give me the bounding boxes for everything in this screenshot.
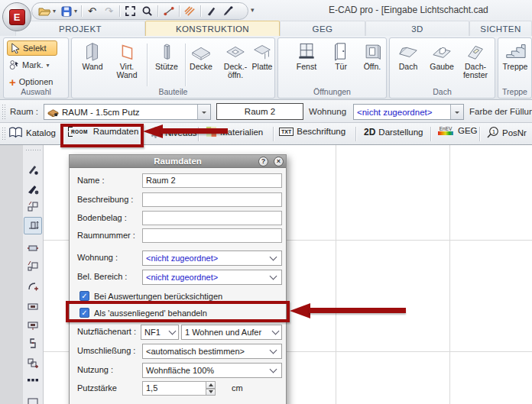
virt-wand-label-2: Wand xyxy=(116,70,137,79)
sidebar-wall-move-icon[interactable] xyxy=(27,242,39,254)
putzstaerke-input[interactable]: 1,5 xyxy=(142,381,216,396)
group-label-bauteile: Bauteile xyxy=(72,87,274,97)
toolbar-more-button[interactable]: ▾ xyxy=(251,6,255,14)
toolbar-grip[interactable] xyxy=(2,127,5,141)
tab-sichten[interactable]: SICHTEN xyxy=(469,21,532,36)
stepper-up-icon[interactable] xyxy=(206,381,216,389)
decke-button[interactable]: Decke xyxy=(185,40,217,71)
dialog-close-button[interactable]: × xyxy=(274,157,284,166)
bel-bereich-label: Bel. Bereich : xyxy=(77,272,127,281)
dropdown-button[interactable] xyxy=(197,105,210,119)
wand-button[interactable]: Wand xyxy=(76,40,109,71)
sidebar-pen-icon[interactable] xyxy=(27,163,39,176)
raum-label: Raum : xyxy=(10,107,38,116)
sidebar-polygon-pen-icon[interactable] xyxy=(27,260,39,272)
gaube-button[interactable]: Gaube xyxy=(426,40,458,71)
tab-konstruktion[interactable]: KONSTRUKTION xyxy=(145,21,280,36)
geg-button[interactable]: EnEV GEG xyxy=(436,126,478,135)
palette-grip[interactable] xyxy=(25,149,41,152)
dialog-titlebar[interactable]: Raumdaten xyxy=(70,155,286,168)
katalog-button[interactable]: Katalog xyxy=(8,126,56,139)
dach-button[interactable]: Dach xyxy=(392,40,424,71)
nutzflaechenart-detail-combobox[interactable]: 1 Wohnen und Aufer xyxy=(181,325,282,340)
virt-wand-icon xyxy=(115,40,138,62)
virt-wand-button[interactable]: Virt. Wand xyxy=(111,40,143,79)
sidebar-polygon-add-icon[interactable] xyxy=(27,357,39,369)
posnr-button[interactable]: 1 PosNr xyxy=(486,126,527,139)
stepper-down-icon[interactable] xyxy=(206,389,216,396)
beschriftung-label: Beschriftung xyxy=(297,127,345,136)
sidebar-zigzag-icon[interactable] xyxy=(27,338,39,350)
group-label-oeffnungen: Öffnungen xyxy=(278,87,386,97)
ribbon-group-bauteile: Wand Virt. Wand Stütze Decke Deck.- öffn… xyxy=(71,37,275,99)
open-dropdown-icon[interactable]: ▾ xyxy=(53,8,56,15)
tab-projekt[interactable]: PROJEKT xyxy=(15,21,145,36)
undo-icon[interactable]: ↶ xyxy=(86,5,99,18)
measure-icon[interactable] xyxy=(162,5,175,18)
sidebar-dots-icon[interactable] xyxy=(27,374,39,386)
dachfenster-button[interactable]: Dach- fenster xyxy=(459,40,492,79)
sidebar-wall-image2-icon[interactable] xyxy=(27,318,39,331)
geg-label: GEG xyxy=(458,126,478,135)
dach-label: Dach xyxy=(399,62,418,71)
dropdown-button[interactable] xyxy=(450,105,463,119)
wohnung-combobox[interactable]: <nicht zugeordnet> xyxy=(142,250,282,266)
save-dropdown-icon[interactable]: ▾ xyxy=(74,8,77,15)
stuetze-button[interactable]: Stütze xyxy=(151,40,183,71)
beschreibung-input[interactable] xyxy=(142,192,282,207)
fenster-icon xyxy=(296,40,317,62)
platte-label: Platte xyxy=(252,62,273,71)
2d-darstellung-button[interactable]: 2D Darstellung xyxy=(364,127,423,137)
bodenbelag-input[interactable] xyxy=(142,211,282,225)
sidebar-arc-add-icon[interactable] xyxy=(27,280,39,292)
annotation-box-aussenliegend-checkbox xyxy=(66,301,290,322)
umschliessung-combobox[interactable]: <automatisch bestimmen> xyxy=(142,344,282,359)
nutzung-combobox[interactable]: Wohnfläche 100% xyxy=(142,363,282,378)
putzstaerke-stepper[interactable] xyxy=(206,381,216,396)
tuer-button[interactable]: Tür xyxy=(327,40,355,71)
separator xyxy=(430,127,431,141)
hatch-icon[interactable] xyxy=(183,5,196,18)
selekt-button[interactable]: Selekt xyxy=(7,40,57,56)
sidebar-wall-height-icon[interactable] xyxy=(28,219,40,231)
name-input[interactable]: Raum 2 xyxy=(142,173,282,188)
fenster-button[interactable]: Fenst xyxy=(291,40,322,71)
darstellung-label: Darstellung xyxy=(378,128,423,137)
toolbar-grip[interactable] xyxy=(2,104,5,119)
auswertungen-checkbox[interactable]: ✓ xyxy=(79,291,89,301)
room-name-input[interactable]: Raum 2 xyxy=(216,103,303,120)
beschriftung-button[interactable]: TXT Beschriftung xyxy=(279,127,345,136)
zoom-extents-icon[interactable] xyxy=(124,5,137,18)
sidebar-pen2-icon[interactable] xyxy=(27,183,39,195)
raumdaten-dialog: Raumdaten ? × Name : Raum 2 Beschreibung… xyxy=(69,154,287,404)
enev-icon: EnEV xyxy=(436,126,455,135)
wand-icon xyxy=(81,40,104,62)
nutzflaechenart-combobox[interactable]: NF1 xyxy=(141,325,179,340)
treppe-button[interactable]: Treppe xyxy=(499,40,531,71)
mark-button[interactable]: Mark. ▾ xyxy=(7,57,52,73)
auswertungen-checkbox-label[interactable]: Bei Auswertungen berücksichtigen xyxy=(94,292,222,301)
raumnummer-input[interactable] xyxy=(142,228,282,243)
open-folder-icon[interactable] xyxy=(38,5,51,18)
tab-3d[interactable]: 3D xyxy=(365,21,469,36)
separator xyxy=(179,5,180,17)
app-logo[interactable]: E xyxy=(2,2,31,31)
pen-icon[interactable] xyxy=(205,5,218,18)
save-icon[interactable] xyxy=(60,5,73,18)
sidebar-partial-icon[interactable] xyxy=(27,396,39,404)
room-type-combobox[interactable]: RAUM - 1.5cm Putz xyxy=(44,104,211,120)
platte-button[interactable]: Platte xyxy=(247,40,277,71)
zoom-icon[interactable] xyxy=(141,5,154,18)
tab-geg[interactable]: GEG xyxy=(280,21,365,36)
txt-icon: TXT xyxy=(279,128,294,136)
wand-label: Wand xyxy=(82,62,102,71)
pipette-icon[interactable] xyxy=(222,5,235,18)
sidebar-wall-image-icon[interactable] xyxy=(27,300,39,312)
wohnung-combobox[interactable]: <nicht zugeordnet> xyxy=(353,104,464,120)
dialog-help-button[interactable]: ? xyxy=(258,157,268,166)
sidebar-polygon-edit-icon[interactable] xyxy=(27,200,39,212)
nutzung-value: Wohnfläche 100% xyxy=(143,366,271,375)
treppe-label: Treppe xyxy=(503,62,528,71)
oeffnung-button[interactable]: Öffn. xyxy=(358,40,387,71)
bel-bereich-combobox[interactable]: <nicht zugeordnet> xyxy=(142,270,282,285)
